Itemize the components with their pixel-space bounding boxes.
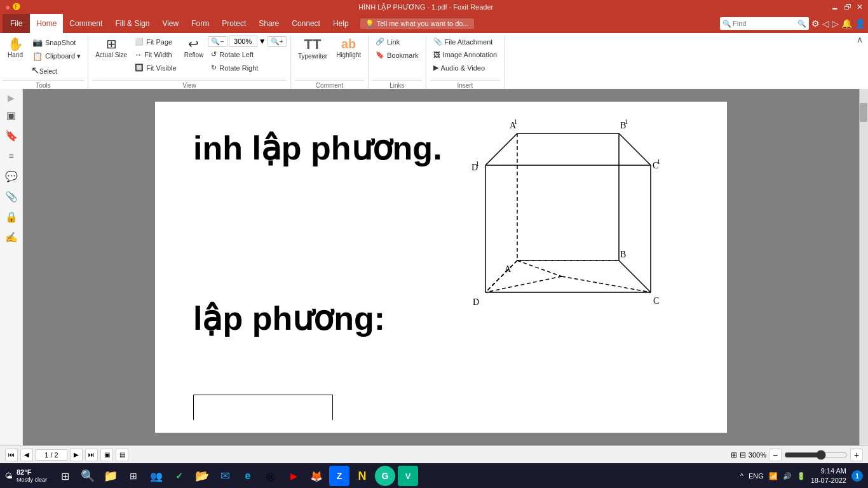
view-mode-2[interactable]: ⊟ [740,451,746,459]
minimize-button[interactable]: 🗕 [831,3,839,11]
clipboard-icon: 📋 [32,51,43,61]
rotate-left-button[interactable]: ↺ Rotate Left [208,48,287,60]
sidebar-expand-btn[interactable]: ▶ [6,92,16,104]
view-mode-1[interactable]: ⊞ [731,451,737,459]
sidebar-layers-btn[interactable]: ≡ [2,146,21,165]
sidebar-attachments-btn[interactable]: 📎 [2,187,21,206]
weather-widget[interactable]: 🌤 82°F Mostly clear [5,468,47,484]
two-page-btn[interactable]: ▤ [116,449,128,461]
last-page-button[interactable]: ⏭ [85,449,98,461]
taskbar-zalo[interactable]: Z [329,466,349,486]
zoom-dropdown-arrow[interactable]: ▼ [259,37,266,46]
reflow-button[interactable]: ↩ Reflow [181,36,207,60]
search-submit-icon[interactable]: 🔍 [797,20,806,28]
prev-page-button[interactable]: ◀ [20,449,33,461]
layers-icon: ≡ [8,151,13,161]
zoom-slider[interactable] [784,450,848,460]
single-page-btn[interactable]: ▣ [100,449,113,461]
weather-icon: 🌤 [5,471,13,480]
pdf-box-bottom [193,395,333,420]
menu-form[interactable]: Form [185,14,215,33]
lang-indicator[interactable]: ENG [749,472,764,480]
menu-fill-sign[interactable]: Fill & Sign [109,14,156,33]
menu-help[interactable]: Help [327,14,355,33]
select-button[interactable]: ↖ Select [29,64,84,79]
taskbar-grammarly[interactable]: G [375,466,395,486]
menu-comment[interactable]: Comment [63,14,109,33]
system-tray-chevron[interactable]: ^ [740,472,743,480]
sound-icon[interactable]: 🔊 [783,472,792,480]
weather-desc: Mostly clear [17,477,47,484]
bookmark-button[interactable]: 🔖 Bookmark [372,49,422,61]
taskbar-edge[interactable]: e [238,466,258,486]
highlight-button[interactable]: ab Highlight [333,36,364,60]
find-icon: 🔍 [722,20,731,28]
close-button[interactable]: ✕ [857,3,863,11]
notification-badge[interactable]: 1 [851,470,863,482]
lock-icon: 🔒 [5,211,18,223]
audio-video-button[interactable]: ▶ Audio & Video [430,62,501,74]
battery-icon: 🔋 [797,472,806,480]
taskbar-chrome[interactable]: ◎ [261,466,281,486]
tell-me-box[interactable]: 💡 Tell me what you want to do... [360,18,474,29]
taskbar-explorer[interactable]: 📂 [192,466,212,486]
svg-text:1: 1 [476,160,479,167]
fit-visible-button[interactable]: 🔲 Fit Visible [132,62,179,74]
zoom-in-btn[interactable]: + [850,449,863,461]
taskbar-youtube[interactable]: ▶ [283,466,304,486]
zoom-input[interactable] [229,36,257,47]
taskbar-taskmanager[interactable]: ✓ [169,466,189,486]
actual-size-button[interactable]: ⊞ Actual Size [92,36,130,60]
taskbar-teams[interactable]: 👥 [146,466,166,486]
link-button[interactable]: 🔗 Link [372,36,422,48]
zoom-out-button[interactable]: 🔍− [208,36,227,47]
pdf-viewer[interactable]: inh lập phương. .solid { stroke: #000; s… [23,89,859,445]
clipboard-button[interactable]: 📋 Clipboard ▾ [29,50,84,63]
menu-protect[interactable]: Protect [215,14,252,33]
sidebar-comments-btn[interactable]: 💬 [2,166,21,186]
typewriter-label: Typewriter [298,53,327,60]
menu-share[interactable]: Share [252,14,285,33]
bell-icon[interactable]: 🔔 [841,18,852,29]
sidebar-signatures-btn[interactable]: ✍ [2,227,21,247]
settings-icon[interactable]: ⚙ [811,18,820,29]
user-icon[interactable]: 👤 [855,18,865,29]
menu-connect[interactable]: Connect [285,14,327,33]
actual-size-icon: ⊞ [106,37,117,50]
forward-icon[interactable]: ▷ [832,18,839,29]
image-annotation-button[interactable]: 🖼 Image Annotation [430,49,501,60]
fit-page-button[interactable]: ⬜ Fit Page [132,36,179,48]
ribbon-collapse-button[interactable]: ∧ [857,34,863,44]
fit-width-button[interactable]: ↔ Fit Width [132,49,179,60]
first-page-button[interactable]: ⏮ [5,449,18,461]
svg-text:B: B [620,250,626,259]
taskbar-firefox[interactable]: 🦊 [306,466,327,486]
sidebar-thumbnail-btn[interactable]: ▣ [2,105,21,125]
taskbar-files[interactable]: 📁 [100,466,121,486]
taskbar-taskview[interactable]: ⊞ [123,466,144,486]
find-input[interactable] [733,18,796,29]
rotate-right-button[interactable]: ↻ Rotate Right [208,62,287,74]
snapshot-button[interactable]: 📷 SnapShot [29,36,84,49]
file-attachment-button[interactable]: 📎 File Attachment [430,36,501,48]
taskbar-vpn[interactable]: V [398,466,418,486]
sidebar-bookmark-btn[interactable]: 🔖 [2,126,21,145]
right-scrollbar[interactable] [859,89,868,445]
scrollbar-thumb[interactable] [860,103,867,122]
menu-view[interactable]: View [156,14,185,33]
menu-file[interactable]: File [3,14,30,33]
typewriter-button[interactable]: TT Typewriter [295,36,330,62]
next-page-button[interactable]: ▶ [70,449,83,461]
back-icon[interactable]: ◁ [822,18,829,29]
page-number-input[interactable] [36,449,67,461]
start-button[interactable]: ⊞ [55,466,75,486]
sidebar-security-btn[interactable]: 🔒 [2,207,21,226]
taskbar-mail[interactable]: ✉ [215,466,235,486]
taskbar-norton[interactable]: N [352,466,372,486]
search-taskbar-button[interactable]: 🔍 [78,466,98,486]
zoom-out-btn[interactable]: − [769,449,782,461]
zoom-in-button[interactable]: 🔍+ [268,36,287,47]
menu-home[interactable]: Home [30,14,63,33]
maximize-button[interactable]: 🗗 [844,3,851,11]
hand-button[interactable]: ✋ Hand [3,36,28,79]
